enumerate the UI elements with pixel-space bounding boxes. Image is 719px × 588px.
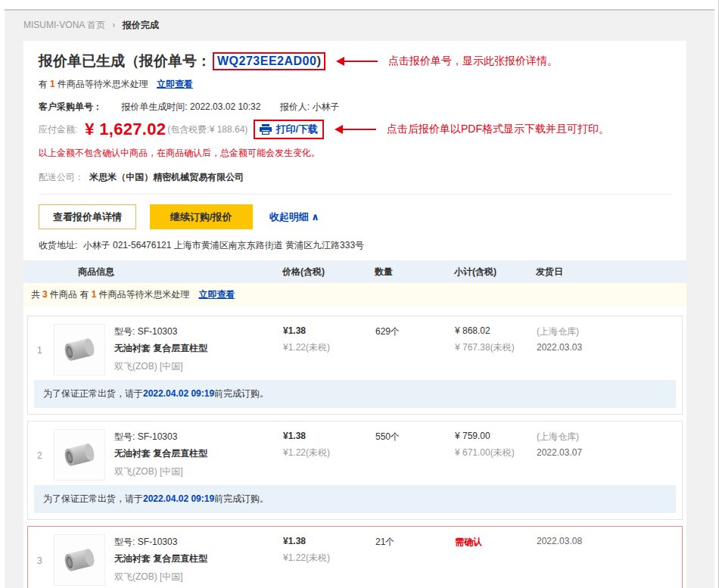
divider <box>39 194 671 194</box>
price: ¥1.38 <box>283 431 375 441</box>
price: ¥1.38 <box>283 536 375 546</box>
product-image[interactable] <box>54 429 105 481</box>
product-brand: 双飞(ZOB) [中国] <box>114 360 207 373</box>
quantity: 21个 <box>375 536 455 549</box>
amount-warning: 以上金额不包含确认中商品，在商品确认后，总金额可能会发生变化。 <box>23 147 686 160</box>
ship-date: 2022.03.03 <box>537 342 682 353</box>
product-name[interactable]: 无油衬套 复合层直柱型 <box>114 552 207 565</box>
quantity: 550个 <box>375 431 455 443</box>
item-row-3-alert: 3 <box>27 526 683 588</box>
price: ¥1.38 <box>283 325 375 336</box>
pending-count: 1 <box>50 79 55 89</box>
order-deadline-notice: 为了保证正常出货，请于2022.04.02 09:19前完成订购。 <box>34 485 676 513</box>
arrow-left-icon <box>335 125 343 134</box>
created-time-value: 2022.03.02 10:32 <box>190 101 260 112</box>
subtotal-cell: ¥ 759.00 ¥ 671.00(未税) <box>455 422 537 481</box>
ship-date-cell: (上海仓库) 2022.03.03 <box>537 316 682 375</box>
amount-row: 应付金额: ¥ 1,627.02 (包含税费:¥ 188.64) 打印/下载 <box>23 120 686 139</box>
notice-date: 2022.04.02 09:19 <box>143 493 214 504</box>
product-model[interactable]: 型号: SF-10303 <box>114 536 207 549</box>
row-number: 2 <box>34 429 54 481</box>
collapse-detail-link[interactable]: 收起明细 ∧ <box>269 210 319 224</box>
subtotal: ¥ 759.00 <box>455 431 537 441</box>
header-product: 商品信息 <box>23 266 282 278</box>
notice-date: 2022.04.02 09:19 <box>143 388 214 399</box>
product-cell: 3 <box>28 527 283 586</box>
title-close-paren: ) <box>316 54 321 69</box>
bushing-part-image <box>58 433 101 477</box>
bushing-part-image <box>58 538 101 582</box>
tax-note: (包含税费:¥ 188.64) <box>167 123 247 136</box>
chevron-up-icon: ∧ <box>311 211 319 222</box>
quote-number-link[interactable]: WQ273EE2AD00 <box>217 54 316 68</box>
row-number: 1 <box>34 324 54 375</box>
subtotal-cell: ¥ 868.02 ¥ 767.38(未税) <box>455 316 537 375</box>
product-image[interactable] <box>54 324 105 375</box>
row-number: 3 <box>34 534 54 586</box>
subtotal: ¥ 868.02 <box>455 325 537 336</box>
view-now-link[interactable]: 立即查看 <box>198 288 235 301</box>
subtotal-notax: ¥ 671.00(未税) <box>455 446 537 459</box>
product-cell: 1 <box>28 316 283 375</box>
quoter-label: 报价人: <box>280 101 310 112</box>
print-download-button[interactable]: 打印/下载 <box>254 120 324 139</box>
ship-date: 2022.03.07 <box>537 447 682 458</box>
header-ship-date: 发货日 <box>536 266 686 278</box>
product-image[interactable] <box>54 534 105 586</box>
warehouse: (上海仓库) <box>537 325 682 338</box>
meta-row: 客户采购单号： 报价单生成时间: 2022.03.02 10:32 报价人: 小… <box>23 101 686 114</box>
item-row-1: 1 <box>27 316 683 415</box>
pending-line: 有1件商品等待米思米处理 立即查看 <box>23 78 686 91</box>
qty-cell: 550个 <box>375 422 455 481</box>
quote-number-highlight-box: WQ273EE2AD00 ) <box>213 52 325 70</box>
header-price: 价格(含税) <box>282 266 375 278</box>
shipping-company-value: 米思米（中国）精密机械贸易有限公司 <box>89 172 244 182</box>
product-brand: 双飞(ZOB) [中国] <box>114 571 207 583</box>
pending-count: 1 <box>92 289 97 300</box>
total-count: 3 <box>42 289 48 300</box>
shipping-company-label: 配送公司： <box>39 172 84 182</box>
header-qty: 数量 <box>375 266 454 278</box>
page-title: 报价单已生成（报价单号： <box>39 51 211 71</box>
summary-band: 共3件商品 有1件商品等待米思米处理 立即查看 <box>23 283 686 306</box>
created-time-label: 报价单生成时间: <box>121 101 187 112</box>
shipping-address-label: 收货地址: <box>39 240 77 250</box>
product-brand: 双飞(ZOB) [中国] <box>114 465 207 478</box>
quote-card: 报价单已生成（报价单号： WQ273EE2AD00 ) 点击报价单号，显示此张报… <box>23 41 686 588</box>
product-name[interactable]: 无油衬套 复合层直柱型 <box>114 447 207 460</box>
shipping-address-value: 小林子 021-56476121 上海市黄浦区南京东路街道 黄浦区九江路333号 <box>83 240 364 250</box>
product-model[interactable]: 型号: SF-10303 <box>114 431 207 443</box>
title-row: 报价单已生成（报价单号： WQ273EE2AD00 ) 点击报价单号，显示此张报… <box>23 51 686 71</box>
annotation-text-print: 点击后报价单以PDF格式显示下载并且可打印。 <box>387 123 609 136</box>
breadcrumb-home-link[interactable]: MISUMI-VONA 首页 <box>23 20 105 30</box>
qty-cell: 21个 <box>375 527 455 586</box>
continue-order-button[interactable]: 继续订购/报价 <box>150 204 253 229</box>
annotation-text-quote: 点击报价单号，显示此张报价详情。 <box>388 54 558 68</box>
ship-date-cell: (上海仓库) 2022.03.07 <box>537 422 682 481</box>
annotation-arrow-print <box>335 125 376 134</box>
product-name[interactable]: 无油衬套 复合层直柱型 <box>114 342 207 355</box>
items-table: 1 <box>23 306 686 588</box>
page: MISUMI-VONA 首页 › 报价完成 报价单已生成（报价单号： WQ273… <box>0 0 719 588</box>
quantity: 629个 <box>375 325 455 338</box>
arrow-left-icon <box>336 57 344 66</box>
subtotal-notax: ¥ 767.38(未税) <box>455 341 537 354</box>
breadcrumb: MISUMI-VONA 首页 › 报价完成 <box>5 11 714 32</box>
annotation-arrow-quote <box>336 57 378 66</box>
item-row-2: 2 <box>27 421 683 520</box>
bushing-part-image <box>58 328 101 372</box>
view-quote-detail-button[interactable]: 查看报价单详情 <box>39 204 136 229</box>
ship-date-cell: 2022.03.08 <box>537 527 682 586</box>
status-badge: 需确认 <box>455 536 537 549</box>
price-notax: ¥1.22(未税) <box>283 341 375 354</box>
order-deadline-notice: 为了保证正常出货，请于2022.04.02 09:19前完成订购。 <box>34 380 676 408</box>
product-model[interactable]: 型号: SF-10303 <box>114 325 207 338</box>
po-number-label: 客户采购单号： <box>39 101 102 112</box>
table-header: 商品信息 价格(含税) 数量 小计(含税) 发货日 <box>23 260 686 283</box>
view-now-link[interactable]: 立即查看 <box>157 79 193 89</box>
shipping-company-row: 配送公司： 米思米（中国）精密机械贸易有限公司 <box>23 171 686 184</box>
price-cell: ¥1.38 ¥1.22(未税) <box>283 422 375 481</box>
printer-icon <box>260 124 272 135</box>
quoter-value: 小林子 <box>312 101 339 112</box>
breadcrumb-separator-icon: › <box>112 20 115 30</box>
